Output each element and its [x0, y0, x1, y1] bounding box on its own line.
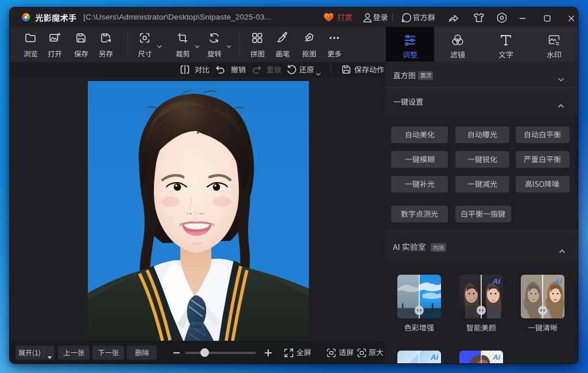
svg-text:Ai: Ai	[430, 353, 438, 362]
svg-text:Ai: Ai	[492, 353, 500, 362]
svg-text:Ai: Ai	[430, 277, 438, 286]
svg-text:Ai: Ai	[554, 277, 562, 286]
svg-text:Ai: Ai	[492, 277, 500, 286]
